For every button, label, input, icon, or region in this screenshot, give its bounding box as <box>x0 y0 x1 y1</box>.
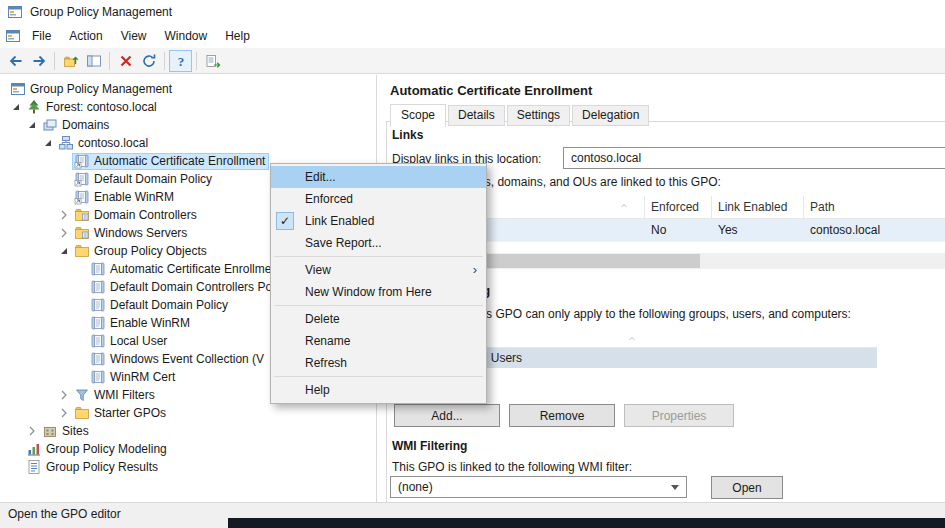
menu-action[interactable]: Action <box>60 26 111 46</box>
column-header-enforced[interactable]: Enforced <box>645 196 712 218</box>
gpo-link-icon <box>74 189 90 205</box>
tree-item-label: contoso.local <box>78 136 148 150</box>
tree-expander[interactable] <box>24 117 40 133</box>
scrollbar-thumb[interactable] <box>460 254 700 268</box>
tree-item-content: Group Policy Objects <box>72 243 211 260</box>
tree-item-content: Enable WinRM <box>72 189 178 206</box>
menu-item-save-report[interactable]: Save Report... <box>271 232 486 254</box>
gpo-icon <box>90 333 106 349</box>
table-cell[interactable]: Yes <box>712 219 804 241</box>
tab-settings[interactable]: Settings <box>507 105 570 126</box>
tree-item[interactable]: Group Policy Management <box>0 80 376 98</box>
properties-button[interactable]: Properties <box>624 404 734 427</box>
menu-item-delete[interactable]: Delete <box>271 308 486 330</box>
wmi-filter-icon <box>74 387 90 403</box>
chevron-collapsed-icon[interactable] <box>56 207 72 223</box>
menu-item-help[interactable]: Help <box>271 379 486 401</box>
location-dropdown[interactable]: contoso.local <box>563 147 945 169</box>
console-icon <box>5 28 21 44</box>
tree-item-content: Starter GPOs <box>72 405 170 422</box>
table-cell[interactable]: No <box>645 219 712 241</box>
back-button[interactable] <box>4 50 27 72</box>
menu-item-rename[interactable]: Rename <box>271 330 486 352</box>
tree-item-label: Automatic Certificate Enrollment <box>94 154 265 168</box>
ou-folder-icon <box>74 225 90 241</box>
tree-item-content: Sites <box>40 423 93 440</box>
remove-button[interactable]: Remove <box>509 404 615 427</box>
menu-item-link-enabled[interactable]: Link Enabled✓ <box>271 210 486 232</box>
tree-item[interactable]: Group Policy Results <box>0 458 376 476</box>
folder-icon <box>74 243 90 259</box>
menu-item-edit[interactable]: Edit... <box>271 166 486 188</box>
tree-expander <box>72 261 88 277</box>
up-one-level-button[interactable] <box>59 50 82 72</box>
chevron-expanded-icon[interactable] <box>8 99 24 115</box>
menu-item-new-window-from-here[interactable]: New Window from Here <box>271 281 486 303</box>
tree-item[interactable]: Starter GPOs <box>0 404 376 422</box>
chevron-expanded-icon[interactable] <box>56 243 72 259</box>
gpo-icon <box>90 315 106 331</box>
menu-file[interactable]: File <box>23 26 60 46</box>
delete-button[interactable] <box>114 50 137 72</box>
gpo-icon <box>90 351 106 367</box>
tree-item-label: Forest: contoso.local <box>46 100 157 114</box>
tree-item-content: Default Domain Policy <box>72 171 216 188</box>
chevron-expanded-icon[interactable] <box>24 117 40 133</box>
tree-item-content: Windows Event Collection (V <box>88 351 268 368</box>
domain-icon <box>58 135 74 151</box>
tab-scope[interactable]: Scope <box>390 104 446 127</box>
sites-icon <box>42 423 58 439</box>
tree-expander[interactable] <box>56 387 72 403</box>
chevron-collapsed-icon[interactable] <box>56 405 72 421</box>
tab-delegation[interactable]: Delegation <box>572 105 649 126</box>
column-header-link-enabled[interactable]: Link Enabled <box>712 196 804 218</box>
add-button[interactable]: Add... <box>394 404 500 427</box>
menu-view[interactable]: View <box>112 26 156 46</box>
tree-expander[interactable] <box>40 135 56 151</box>
forward-button[interactable] <box>27 50 50 72</box>
tree-item-label: Domains <box>62 118 109 132</box>
open-button[interactable]: Open <box>711 476 783 499</box>
tree-item-content: Forest: contoso.local <box>24 99 161 116</box>
tree-item[interactable]: Sites <box>0 422 376 440</box>
tree-expander[interactable] <box>56 405 72 421</box>
menu-item-view[interactable]: View› <box>271 259 486 281</box>
tree-item[interactable]: contoso.local <box>0 134 376 152</box>
tree-item-label: Automatic Certificate Enrollment <box>110 262 281 276</box>
tree-item[interactable]: Group Policy Modeling <box>0 440 376 458</box>
tab-bar: ScopeDetailsSettingsDelegation <box>390 103 651 126</box>
menu-item-enforced[interactable]: Enforced <box>271 188 486 210</box>
tree-item-content: Default Domain Controllers Policy <box>88 279 293 296</box>
gpo-icon <box>90 261 106 277</box>
table-cell[interactable]: contoso.local <box>804 219 945 241</box>
chevron-expanded-icon[interactable] <box>40 135 56 151</box>
tree-expander[interactable] <box>8 99 24 115</box>
tree-item-content: WMI Filters <box>72 387 159 404</box>
export-list-button[interactable] <box>201 50 224 72</box>
console-icon <box>10 81 26 97</box>
tree-expander[interactable] <box>56 207 72 223</box>
column-header-path[interactable]: Path <box>804 196 945 218</box>
tree-expander[interactable] <box>56 243 72 259</box>
wmi-filter-dropdown[interactable]: (none) <box>390 476 687 498</box>
chevron-collapsed-icon[interactable] <box>24 423 40 439</box>
chevron-collapsed-icon[interactable] <box>56 387 72 403</box>
show-console-tree-button[interactable] <box>82 50 105 72</box>
tree-item[interactable]: Domains <box>0 116 376 134</box>
menu-item-refresh[interactable]: Refresh <box>271 352 486 374</box>
ou-folder-icon <box>74 207 90 223</box>
tab-details[interactable]: Details <box>448 105 505 126</box>
refresh-button[interactable] <box>137 50 160 72</box>
tree-expander <box>72 369 88 385</box>
checkmark-icon: ✓ <box>276 212 294 230</box>
refresh-icon <box>141 53 157 69</box>
help-button[interactable]: ? <box>169 50 192 72</box>
tree-expander[interactable] <box>24 423 40 439</box>
menu-window[interactable]: Window <box>156 26 217 46</box>
tree-item-content: Domains <box>40 117 113 134</box>
tree-item[interactable]: Forest: contoso.local <box>0 98 376 116</box>
menu-help[interactable]: Help <box>216 26 259 46</box>
tree-expander[interactable] <box>56 225 72 241</box>
chevron-collapsed-icon[interactable] <box>56 225 72 241</box>
back-icon <box>8 53 24 69</box>
